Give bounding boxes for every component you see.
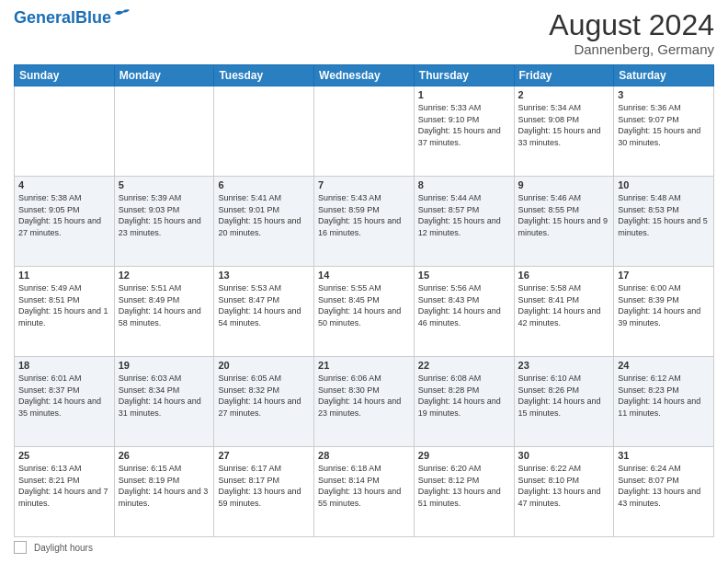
day-number: 23 [518,360,610,371]
day-number: 2 [518,89,610,100]
col-thursday: Thursday [414,65,514,86]
day-number: 27 [218,450,310,461]
page: GeneralBlue August 2024 Dannenberg, Germ… [0,0,728,563]
day-info: Sunrise: 5:38 AMSunset: 9:05 PMDaylight:… [18,193,101,237]
day-info: Sunrise: 5:34 AMSunset: 9:08 PMDaylight:… [518,103,601,147]
title-block: August 2024 Dannenberg, Germany [549,9,714,57]
day-info: Sunrise: 5:41 AMSunset: 9:01 PMDaylight:… [218,193,301,237]
calendar-week-row: 1 Sunrise: 5:33 AMSunset: 9:10 PMDayligh… [15,86,714,177]
table-row: 10 Sunrise: 5:48 AMSunset: 8:53 PMDaylig… [614,177,714,267]
calendar-week-row: 11 Sunrise: 5:49 AMSunset: 8:51 PMDaylig… [15,267,714,357]
day-info: Sunrise: 5:48 AMSunset: 8:53 PMDaylight:… [618,193,708,237]
day-number: 1 [418,89,510,100]
day-info: Sunrise: 6:05 AMSunset: 8:32 PMDaylight:… [218,373,301,418]
day-number: 30 [518,450,610,461]
table-row: 15 Sunrise: 5:56 AMSunset: 8:43 PMDaylig… [414,267,514,357]
table-row: 5 Sunrise: 5:39 AMSunset: 9:03 PMDayligh… [114,177,214,267]
day-number: 29 [418,450,510,461]
day-info: Sunrise: 6:15 AMSunset: 8:19 PMDaylight:… [119,464,209,508]
day-number: 11 [18,270,110,281]
table-row: 21 Sunrise: 6:06 AMSunset: 8:30 PMDaylig… [314,357,415,447]
day-number: 31 [618,450,710,461]
day-number: 10 [618,179,710,190]
table-row: 29 Sunrise: 6:20 AMSunset: 8:12 PMDaylig… [414,447,514,537]
table-row: 26 Sunrise: 6:15 AMSunset: 8:19 PMDaylig… [114,447,214,537]
day-number: 8 [418,179,510,190]
day-info: Sunrise: 6:06 AMSunset: 8:30 PMDaylight:… [318,373,401,418]
day-info: Sunrise: 5:39 AMSunset: 9:03 PMDaylight:… [119,193,201,237]
table-row: 19 Sunrise: 6:03 AMSunset: 8:34 PMDaylig… [114,357,214,447]
table-row: 13 Sunrise: 5:53 AMSunset: 8:47 PMDaylig… [214,267,314,357]
logo: GeneralBlue [14,9,131,26]
table-row: 20 Sunrise: 6:05 AMSunset: 8:32 PMDaylig… [214,357,314,447]
day-info: Sunrise: 5:33 AMSunset: 9:10 PMDaylight:… [418,103,501,147]
day-info: Sunrise: 6:01 AMSunset: 8:37 PMDaylight:… [18,373,101,418]
day-info: Sunrise: 5:44 AMSunset: 8:57 PMDaylight:… [418,193,501,237]
table-row: 23 Sunrise: 6:10 AMSunset: 8:26 PMDaylig… [514,357,614,447]
day-info: Sunrise: 5:56 AMSunset: 8:43 PMDaylight:… [418,283,501,327]
table-row: 1 Sunrise: 5:33 AMSunset: 9:10 PMDayligh… [414,86,514,177]
day-info: Sunrise: 5:43 AMSunset: 8:59 PMDaylight:… [318,193,401,237]
calendar-week-row: 18 Sunrise: 6:01 AMSunset: 8:37 PMDaylig… [15,357,714,447]
day-info: Sunrise: 6:10 AMSunset: 8:26 PMDaylight:… [518,373,601,418]
day-number: 24 [618,360,710,371]
day-number: 4 [18,179,110,190]
table-row: 6 Sunrise: 5:41 AMSunset: 9:01 PMDayligh… [214,177,314,267]
day-info: Sunrise: 6:24 AMSunset: 8:07 PMDaylight:… [618,464,700,508]
calendar-week-row: 4 Sunrise: 5:38 AMSunset: 9:05 PMDayligh… [15,177,714,267]
day-number: 16 [518,270,610,281]
table-row: 7 Sunrise: 5:43 AMSunset: 8:59 PMDayligh… [314,177,415,267]
table-row [214,86,314,177]
header: GeneralBlue August 2024 Dannenberg, Germ… [14,9,714,57]
col-wednesday: Wednesday [314,65,415,86]
legend-label: Daylight hours [34,543,93,553]
day-number: 20 [218,360,310,371]
table-row: 3 Sunrise: 5:36 AMSunset: 9:07 PMDayligh… [614,86,714,177]
day-number: 21 [318,360,410,371]
table-row: 31 Sunrise: 6:24 AMSunset: 8:07 PMDaylig… [614,447,714,537]
location: Dannenberg, Germany [549,41,714,57]
table-row: 11 Sunrise: 5:49 AMSunset: 8:51 PMDaylig… [15,267,115,357]
day-info: Sunrise: 6:20 AMSunset: 8:12 PMDaylight:… [418,464,501,508]
table-row: 28 Sunrise: 6:18 AMSunset: 8:14 PMDaylig… [314,447,415,537]
day-number: 13 [218,270,310,281]
day-info: Sunrise: 6:12 AMSunset: 8:23 PMDaylight:… [618,373,700,418]
table-row: 17 Sunrise: 6:00 AMSunset: 8:39 PMDaylig… [614,267,714,357]
day-info: Sunrise: 6:17 AMSunset: 8:17 PMDaylight:… [218,464,301,508]
legend-box [14,541,27,554]
table-row: 4 Sunrise: 5:38 AMSunset: 9:05 PMDayligh… [15,177,115,267]
day-info: Sunrise: 6:18 AMSunset: 8:14 PMDaylight:… [318,464,401,508]
day-info: Sunrise: 6:08 AMSunset: 8:28 PMDaylight:… [418,373,501,418]
col-monday: Monday [114,65,214,86]
logo-text: GeneralBlue [14,9,111,26]
calendar-table: Sunday Monday Tuesday Wednesday Thursday… [14,64,714,537]
day-info: Sunrise: 6:03 AMSunset: 8:34 PMDaylight:… [119,373,201,418]
logo-blue: Blue [75,8,111,27]
col-saturday: Saturday [614,65,714,86]
day-number: 17 [618,270,710,281]
table-row: 16 Sunrise: 5:58 AMSunset: 8:41 PMDaylig… [514,267,614,357]
col-tuesday: Tuesday [214,65,314,86]
calendar-week-row: 25 Sunrise: 6:13 AMSunset: 8:21 PMDaylig… [15,447,714,537]
day-number: 28 [318,450,410,461]
table-row: 24 Sunrise: 6:12 AMSunset: 8:23 PMDaylig… [614,357,714,447]
table-row: 22 Sunrise: 6:08 AMSunset: 8:28 PMDaylig… [414,357,514,447]
day-number: 22 [418,360,510,371]
table-row: 27 Sunrise: 6:17 AMSunset: 8:17 PMDaylig… [214,447,314,537]
table-row [15,86,115,177]
day-info: Sunrise: 5:49 AMSunset: 8:51 PMDaylight:… [18,283,108,327]
day-number: 18 [18,360,110,371]
day-number: 25 [18,450,110,461]
day-number: 26 [119,450,210,461]
table-row [314,86,415,177]
table-row: 9 Sunrise: 5:46 AMSunset: 8:55 PMDayligh… [514,177,614,267]
day-info: Sunrise: 5:58 AMSunset: 8:41 PMDaylight:… [518,283,601,327]
day-number: 5 [119,179,210,190]
table-row: 12 Sunrise: 5:51 AMSunset: 8:49 PMDaylig… [114,267,214,357]
day-number: 3 [618,89,710,100]
day-number: 7 [318,179,410,190]
day-info: Sunrise: 5:53 AMSunset: 8:47 PMDaylight:… [218,283,301,327]
day-number: 15 [418,270,510,281]
col-sunday: Sunday [15,65,115,86]
table-row: 18 Sunrise: 6:01 AMSunset: 8:37 PMDaylig… [15,357,115,447]
